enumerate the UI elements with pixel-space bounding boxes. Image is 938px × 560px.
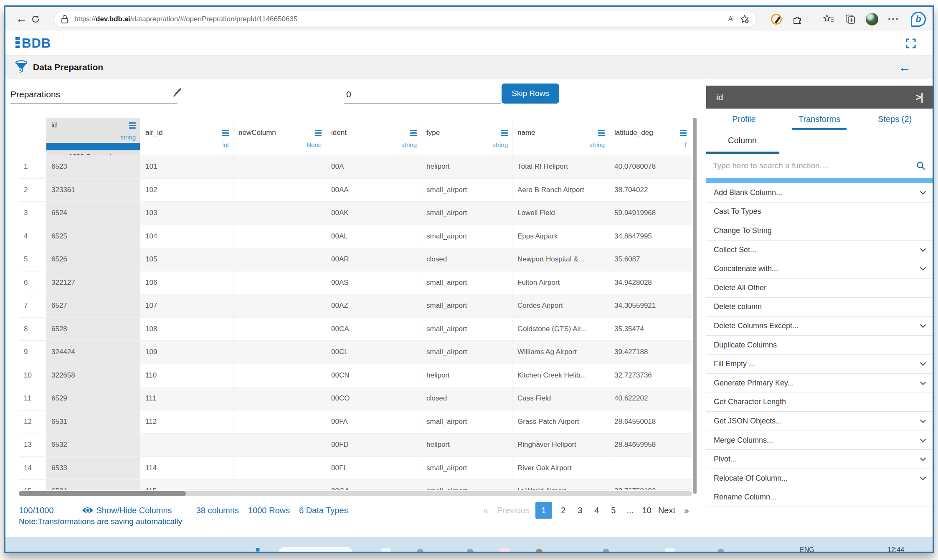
- page-button-3[interactable]: 3: [575, 506, 586, 515]
- table-cell[interactable]: 6526: [46, 248, 140, 271]
- table-cell[interactable]: small_airport: [421, 480, 512, 490]
- table-cell[interactable]: 6529: [46, 387, 140, 410]
- table-cell[interactable]: 00AK: [326, 202, 421, 225]
- function-item[interactable]: Cast To Types: [706, 203, 933, 222]
- table-cell[interactable]: 40.07080078: [609, 155, 691, 178]
- table-cell[interactable]: 6531: [46, 410, 140, 433]
- taskbar-app-icon[interactable]: [500, 548, 510, 552]
- horizontal-scrollbar[interactable]: [19, 491, 692, 496]
- table-cell[interactable]: 112: [140, 410, 233, 433]
- table-cell[interactable]: small_airport: [421, 457, 512, 480]
- table-cell[interactable]: [233, 410, 326, 433]
- column-header-newColumn[interactable]: newColumnNone: [233, 118, 326, 155]
- table-cell[interactable]: [233, 457, 326, 480]
- table-cell[interactable]: Williams Ag Airport: [512, 341, 609, 364]
- table-cell[interactable]: [233, 202, 326, 225]
- table-cell[interactable]: 00AL: [326, 225, 421, 248]
- page-button-...[interactable]: ...: [625, 506, 636, 515]
- fullscreen-button[interactable]: [905, 38, 917, 49]
- chevron-down-icon[interactable]: [920, 436, 926, 442]
- skip-rows-input[interactable]: 0: [344, 85, 501, 104]
- function-item[interactable]: Change To String: [706, 221, 933, 241]
- page-button-1[interactable]: 1: [535, 502, 552, 519]
- table-cell[interactable]: small_airport: [421, 341, 512, 364]
- table-cell[interactable]: 28.64550018: [609, 410, 691, 433]
- favorites-bar-icon[interactable]: [822, 13, 835, 25]
- table-cell[interactable]: 34.8647995: [609, 225, 691, 248]
- table-cell[interactable]: heliport: [421, 433, 512, 456]
- table-cell[interactable]: [233, 155, 326, 178]
- table-cell[interactable]: 6533: [46, 457, 140, 480]
- read-aloud-icon[interactable]: A⁾: [728, 15, 733, 23]
- taskbar-language[interactable]: ENG: [800, 546, 814, 552]
- table-cell[interactable]: closed: [421, 387, 512, 410]
- table-cell[interactable]: Grass Patch Airport: [512, 410, 609, 433]
- page-button-next[interactable]: Next: [658, 506, 675, 515]
- function-item[interactable]: Delete All Other: [706, 279, 933, 298]
- tab-transforms[interactable]: Transforms: [782, 109, 857, 130]
- table-cell[interactable]: 35.35474: [609, 318, 691, 341]
- chevron-down-icon[interactable]: [920, 455, 926, 461]
- table-cell[interactable]: [233, 294, 326, 317]
- table-cell[interactable]: small_airport: [421, 225, 512, 248]
- function-item[interactable]: Concatenate with...: [706, 259, 933, 279]
- tab-column[interactable]: Column: [728, 136, 757, 145]
- chevron-down-icon[interactable]: [920, 360, 926, 366]
- taskbar-app-icon[interactable]: [417, 549, 423, 552]
- table-cell[interactable]: Newport Hospital &...: [512, 248, 609, 271]
- table-cell[interactable]: 40.622202: [609, 387, 691, 410]
- table-cell[interactable]: 34.30559921: [609, 294, 691, 317]
- table-cell[interactable]: [233, 433, 326, 456]
- table-cell[interactable]: Total Rf Heliport: [512, 155, 609, 178]
- table-cell[interactable]: 108: [140, 318, 233, 341]
- start-button-icon[interactable]: [256, 548, 264, 552]
- table-cell[interactable]: 39.427188: [609, 341, 691, 364]
- tab-steps-2-[interactable]: Steps (2): [857, 109, 933, 130]
- table-cell[interactable]: 00CA: [326, 318, 421, 341]
- collections-icon[interactable]: [844, 13, 857, 25]
- table-cell[interactable]: 38.704022: [609, 179, 691, 202]
- function-item[interactable]: Delete Columns Except...: [706, 317, 933, 336]
- table-cell[interactable]: 6524: [46, 202, 140, 225]
- chevron-down-icon[interactable]: [920, 379, 926, 385]
- table-cell[interactable]: heliport: [421, 364, 512, 387]
- taskbar-app-icon[interactable]: [665, 548, 674, 552]
- taskbar-app-icon[interactable]: [536, 549, 543, 552]
- column-menu-icon[interactable]: [129, 121, 136, 130]
- function-item[interactable]: Generate Primary Key...: [706, 374, 933, 393]
- table-cell[interactable]: Epps Airpark: [512, 225, 609, 248]
- function-item[interactable]: Collect Set...: [706, 241, 933, 260]
- extensions-puzzle-icon[interactable]: [791, 13, 804, 25]
- table-cell[interactable]: 105: [140, 248, 233, 271]
- function-search-input[interactable]: Type here to search a function....: [713, 161, 916, 170]
- taskbar-app-icon[interactable]: [381, 548, 390, 552]
- table-cell[interactable]: 6525: [46, 225, 140, 248]
- table-cell[interactable]: Cordes Airport: [512, 294, 609, 317]
- table-cell[interactable]: Ringhaver Heliport: [512, 433, 609, 456]
- table-cell[interactable]: 110: [140, 364, 233, 387]
- table-cell[interactable]: 59.94919968: [609, 202, 691, 225]
- table-cell[interactable]: 34.9428028: [609, 271, 691, 294]
- table-cell[interactable]: Goldstone (GTS) Air...: [512, 318, 609, 341]
- table-cell[interactable]: 107: [140, 294, 233, 317]
- table-cell[interactable]: 109: [140, 341, 233, 364]
- table-cell[interactable]: 00CO: [326, 387, 421, 410]
- horizontal-scrollbar-thumb[interactable]: [19, 491, 186, 496]
- column-menu-icon[interactable]: [410, 129, 417, 137]
- search-icon[interactable]: [916, 161, 926, 171]
- table-cell[interactable]: [609, 457, 691, 480]
- page-button-4[interactable]: 4: [591, 506, 602, 515]
- table-cell[interactable]: small_airport: [421, 271, 512, 294]
- column-menu-icon[interactable]: [501, 129, 508, 137]
- profile-avatar[interactable]: [866, 13, 878, 25]
- table-cell[interactable]: 00CL: [326, 341, 421, 364]
- table-cell[interactable]: 111: [140, 387, 233, 410]
- table-cell[interactable]: [233, 179, 326, 202]
- table-cell[interactable]: 323361: [46, 179, 140, 202]
- table-cell[interactable]: [233, 387, 326, 410]
- table-cell[interactable]: 6527: [46, 294, 140, 317]
- table-cell[interactable]: 324424: [46, 341, 140, 364]
- table-cell[interactable]: 104: [140, 225, 233, 248]
- table-cell[interactable]: 322658: [46, 364, 140, 387]
- browser-back-button[interactable]: ←: [12, 13, 30, 25]
